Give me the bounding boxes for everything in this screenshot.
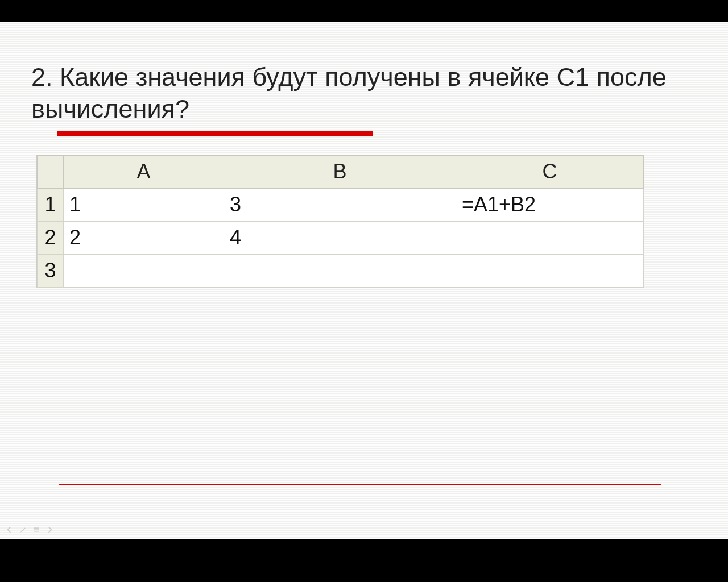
cell-c3	[456, 254, 644, 287]
svg-rect-1	[34, 529, 39, 530]
title-underline	[31, 131, 697, 137]
next-icon[interactable]	[46, 525, 55, 534]
cell-b3	[224, 254, 456, 287]
svg-rect-0	[34, 527, 39, 528]
question-title: 2. Какие значения будут получены в ячейк…	[31, 61, 697, 126]
table-row: 2 2 4	[38, 221, 644, 254]
cell-c1: =A1+B2	[456, 188, 644, 221]
cell-b1: 3	[224, 188, 456, 221]
cell-c2	[456, 221, 644, 254]
underline-gray-segment	[373, 134, 688, 134]
col-header-c: C	[456, 155, 644, 188]
underline-red-segment	[57, 131, 373, 136]
row-header-3: 3	[38, 254, 64, 287]
table-row: 3	[38, 254, 644, 287]
spreadsheet-table: A B C 1 1 3 =A1+B2 2 2 4 3	[37, 155, 644, 288]
footer-divider	[59, 484, 661, 485]
col-header-b: B	[224, 155, 456, 188]
svg-rect-2	[34, 531, 39, 531]
col-header-a: A	[64, 155, 224, 188]
row-header-2: 2	[38, 221, 64, 254]
cell-a1: 1	[64, 188, 224, 221]
table-row: 1 1 3 =A1+B2	[38, 188, 644, 221]
cell-a3	[64, 254, 224, 287]
corner-cell	[38, 155, 64, 188]
bottom-black-bar	[0, 539, 728, 582]
prev-icon[interactable]	[5, 525, 14, 534]
row-header-1: 1	[38, 188, 64, 221]
nav-controls	[5, 525, 55, 534]
header-row: A B C	[38, 155, 644, 188]
slide: 2. Какие значения будут получены в ячейк…	[0, 22, 728, 539]
pen-icon[interactable]	[18, 525, 27, 534]
menu-icon[interactable]	[32, 525, 41, 534]
cell-a2: 2	[64, 221, 224, 254]
cell-b2: 4	[224, 221, 456, 254]
